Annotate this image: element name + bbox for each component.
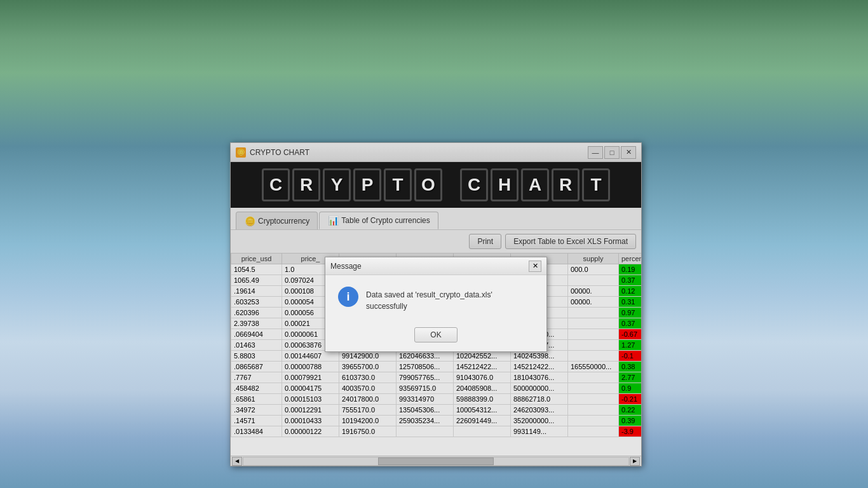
modal-message: Data saved at 'result_crypto_data.xls' s…: [366, 285, 534, 312]
modal-overlay: Message ✕ i Data saved at 'result_crypto…: [231, 143, 641, 466]
modal-content: i Data saved at 'result_crypto_data.xls'…: [325, 275, 546, 322]
main-window: 🪙 CRYPTO CHART — □ ✕ C R Y P T O C H A R…: [230, 142, 642, 466]
modal-footer: OK: [325, 322, 546, 351]
modal-close-button[interactable]: ✕: [529, 261, 541, 272]
modal-title-bar: Message ✕: [325, 257, 546, 275]
modal-title-text: Message: [330, 262, 529, 271]
ok-button[interactable]: OK: [414, 327, 457, 342]
info-icon: i: [338, 287, 358, 307]
message-dialog: Message ✕ i Data saved at 'result_crypto…: [325, 257, 547, 352]
